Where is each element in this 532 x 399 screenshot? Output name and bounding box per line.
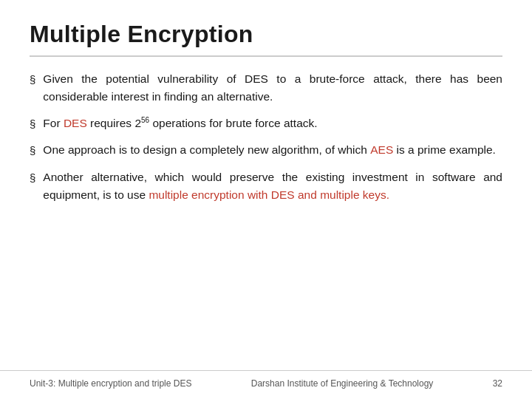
slide-body: § Given the potential vulnerability of D… xyxy=(0,57,532,370)
bullet-text-4: Another alternative, which would preserv… xyxy=(43,168,502,204)
bullet-item-1: § Given the potential vulnerability of D… xyxy=(30,70,502,106)
slide: Multiple Encryption § Given the potentia… xyxy=(0,0,532,399)
footer-right: 32 xyxy=(493,378,502,389)
footer-center: Darshan Institute of Engineering & Techn… xyxy=(251,378,434,389)
bullet-icon-2: § xyxy=(30,116,35,133)
footer-left: Unit-3: Multiple encryption and triple D… xyxy=(30,378,191,389)
bullet-text-2: For DES requires 256 operations for brut… xyxy=(43,115,317,132)
bullet-item-2: § For DES requires 256 operations for br… xyxy=(30,115,502,133)
bullet-icon-3: § xyxy=(30,143,35,160)
bullet-item-3: § One approach is to design a completely… xyxy=(30,141,502,160)
bullet-icon-4: § xyxy=(30,170,35,187)
des-highlight: DES xyxy=(64,117,87,129)
slide-header: Multiple Encryption xyxy=(0,0,532,55)
slide-title: Multiple Encryption xyxy=(30,21,502,48)
slide-footer: Unit-3: Multiple encryption and triple D… xyxy=(0,370,532,399)
superscript-56: 56 xyxy=(141,116,149,124)
bullet-text-1: Given the potential vulnerability of DES… xyxy=(43,70,502,106)
bullet-text-3: One approach is to design a completely n… xyxy=(43,141,496,159)
bullet-icon-1: § xyxy=(30,72,35,89)
aes-highlight: AES xyxy=(370,143,393,156)
bullet-item-4: § Another alternative, which would prese… xyxy=(30,168,502,204)
multiple-encryption-highlight: multiple encryption with DES and multipl… xyxy=(149,188,389,201)
